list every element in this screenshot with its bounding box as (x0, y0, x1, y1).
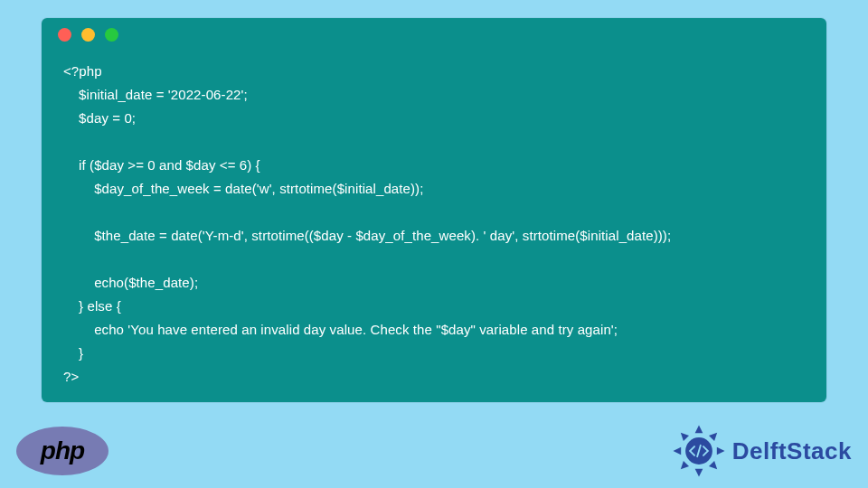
code-block: <?php $initial_date = '2022-06-22'; $day… (42, 51, 826, 389)
code-line: } else { (63, 295, 805, 318)
code-line (63, 248, 805, 271)
code-line: echo($the_date); (63, 271, 805, 295)
code-line: <?php (63, 60, 805, 83)
svg-marker-0 (695, 425, 703, 433)
code-line: if ($day >= 0 and $day <= 6) { (63, 154, 805, 177)
svg-marker-1 (709, 430, 720, 441)
code-line: $initial_date = '2022-06-22'; (63, 83, 805, 107)
traffic-light-close-icon (58, 28, 71, 42)
svg-marker-3 (709, 461, 720, 472)
delftstack-label: DelftStack (732, 437, 852, 465)
code-line (63, 130, 805, 154)
code-line: $day = 0; (63, 107, 805, 130)
code-line: ?> (63, 365, 805, 389)
svg-marker-2 (717, 447, 725, 455)
code-line: $the_date = date('Y-m-d', strtotime(($da… (63, 224, 805, 248)
svg-marker-6 (673, 447, 681, 455)
delftstack-mark-icon (671, 423, 727, 479)
code-line (63, 201, 805, 224)
php-logo-icon: php (16, 427, 108, 475)
code-line: } (63, 342, 805, 365)
window-titlebar (42, 18, 826, 51)
code-window: <?php $initial_date = '2022-06-22'; $day… (42, 18, 826, 402)
svg-marker-4 (695, 469, 703, 477)
code-line: $day_of_the_week = date('w', strtotime($… (63, 177, 805, 201)
code-line: echo 'You have entered an invalid day va… (63, 318, 805, 342)
svg-marker-7 (678, 430, 689, 441)
traffic-light-zoom-icon (105, 28, 118, 42)
php-logo-text: php (41, 436, 84, 465)
svg-marker-5 (678, 461, 689, 472)
traffic-light-minimize-icon (81, 28, 95, 42)
delftstack-logo: DelftStack (671, 423, 852, 479)
